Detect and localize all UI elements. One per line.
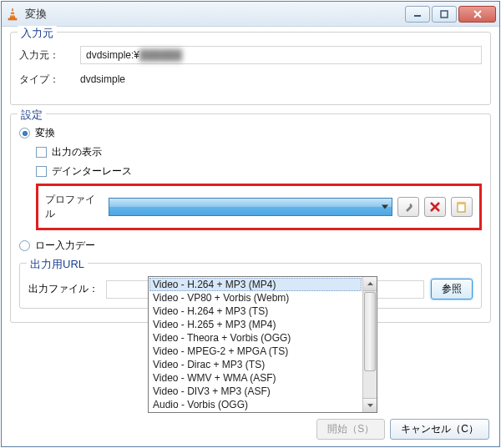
profile-option[interactable]: Video - MPEG-2 + MPGA (TS) [149, 345, 362, 358]
profile-option[interactable]: Audio - Vorbis (OGG) [149, 398, 362, 411]
vlc-cone-icon [5, 7, 20, 22]
close-button[interactable] [458, 6, 496, 23]
browse-button[interactable]: 参照 [431, 279, 473, 300]
convert-dialog: 変換 入力元 入力元： dvdsimple:¥██████ タイプ [1, 1, 500, 447]
profile-option[interactable]: Video - WMV + WMA (ASF) [149, 371, 362, 385]
profile-option[interactable]: Video - H.265 + MP3 (MP4) [149, 318, 362, 331]
profile-dropdown-list: Video - H.264 + MP3 (MP4) Video - VP80 +… [149, 277, 362, 412]
settings-legend: 設定 [18, 108, 46, 123]
profile-option[interactable]: Video - H.264 + MP3 (MP4) [149, 278, 362, 291]
browse-label: 参照 [442, 282, 462, 296]
svg-rect-1 [11, 11, 14, 13]
source-group: 入力元 入力元： dvdsimple:¥██████ タイプ： dvdsimpl… [10, 32, 491, 105]
svg-rect-4 [414, 15, 421, 17]
output-url-legend: 出力用URL [27, 257, 88, 272]
source-path-label: 入力元： [19, 48, 73, 63]
svg-marker-8 [367, 282, 373, 285]
source-type-value: dvdsimple [80, 71, 482, 88]
start-button[interactable]: 開始（S） [316, 419, 385, 440]
scroll-thumb[interactable] [364, 292, 376, 371]
deinterlace-label: デインターレース [52, 164, 132, 179]
profile-dropdown[interactable]: Video - H.264 + MP3 (MP4) Video - VP80 +… [148, 276, 377, 413]
convert-radio[interactable] [19, 128, 30, 138]
source-type-label: タイプ： [19, 73, 73, 87]
cancel-label: キャンセル（C） [401, 422, 478, 436]
profile-option[interactable]: Video - Theora + Vorbis (OGG) [149, 331, 362, 345]
profile-combobox[interactable] [109, 198, 392, 216]
dropdown-scrollbar[interactable] [362, 277, 377, 412]
show-output-checkbox[interactable] [36, 147, 47, 158]
profile-option[interactable]: Video - DIV3 + MP3 (ASF) [149, 385, 362, 398]
start-label: 開始（S） [327, 422, 374, 436]
new-profile-icon [456, 201, 468, 213]
svg-rect-2 [10, 14, 14, 16]
raw-input-label: ロー入力デー [35, 239, 95, 253]
window-title: 変換 [25, 7, 405, 22]
output-file-label: 出力ファイル： [28, 282, 99, 296]
edit-profile-button[interactable] [397, 197, 419, 217]
delete-icon [430, 202, 440, 212]
raw-input-radio[interactable] [19, 240, 30, 251]
profile-option[interactable]: Video - Dirac + MP3 (TS) [149, 358, 362, 371]
convert-radio-label: 変換 [35, 126, 55, 140]
scroll-down-arrow[interactable] [363, 398, 377, 412]
profile-option[interactable]: Video - VP80 + Vorbis (Webm) [149, 291, 362, 305]
svg-rect-5 [441, 11, 448, 18]
profile-highlight-box: プロファイル [36, 184, 482, 230]
chevron-down-icon [382, 205, 388, 209]
profile-option[interactable]: Video - H.264 + MP3 (TS) [149, 305, 362, 318]
wrench-icon [402, 201, 414, 213]
svg-rect-3 [8, 18, 17, 20]
minimize-button[interactable] [405, 6, 430, 23]
delete-profile-button[interactable] [424, 197, 446, 217]
redacted-text: ██████ [139, 49, 182, 61]
titlebar[interactable]: 変換 [2, 2, 499, 27]
maximize-button[interactable] [432, 6, 457, 23]
deinterlace-checkbox[interactable] [36, 166, 47, 177]
source-legend: 入力元 [18, 26, 57, 41]
svg-marker-0 [10, 8, 15, 18]
new-profile-button[interactable] [451, 197, 473, 217]
scroll-up-arrow[interactable] [363, 277, 377, 291]
svg-marker-9 [367, 404, 373, 407]
svg-rect-7 [458, 203, 465, 204]
profile-label: プロファイル [45, 193, 104, 221]
source-path-text: dvdsimple:¥ [86, 49, 139, 61]
show-output-label: 出力の表示 [52, 145, 102, 159]
cancel-button[interactable]: キャンセル（C） [390, 419, 489, 440]
source-path-value: dvdsimple:¥██████ [80, 46, 482, 64]
